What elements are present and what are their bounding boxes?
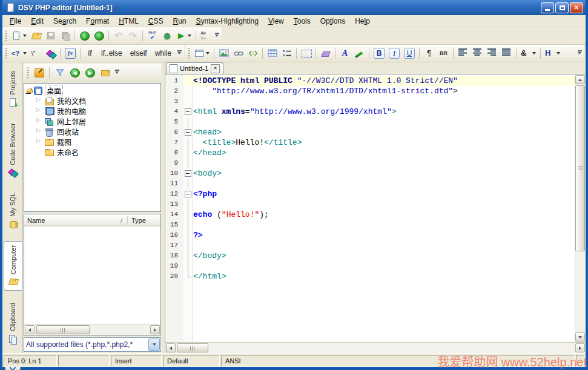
code-text[interactable]: <!DOCTYPE html PUBLIC "-//W3C//DTD XHTML… — [193, 76, 575, 86]
tree-expander-icon[interactable] — [25, 88, 31, 94]
redo-button[interactable]: ↷ — [126, 29, 140, 42]
insert-link-button[interactable] — [231, 47, 245, 60]
escape-quotes-button[interactable]: \" — [29, 47, 43, 60]
title-bar[interactable]: DSV PHP editor [Untitled-1] ✕ — [2, 0, 586, 15]
code-line[interactable]: 13 — [165, 199, 575, 210]
navigate-back-button[interactable]: ◀ — [68, 66, 82, 79]
menu-search[interactable]: Search — [48, 16, 81, 26]
tree-item-network-places[interactable]: 网上邻居 — [25, 116, 160, 127]
up-directory-button[interactable] — [98, 66, 112, 79]
editor-tab-untitled-1[interactable]: Untitled-1 ✕ — [166, 62, 223, 74]
scroll-left-arrow[interactable] — [166, 343, 176, 352]
menu-run[interactable]: Run — [168, 16, 191, 26]
scroll-thumb[interactable] — [177, 343, 208, 352]
snippet-button[interactable]: if — [83, 47, 97, 60]
fold-gutter[interactable] — [183, 210, 193, 220]
code-line[interactable]: 10 <body> — [165, 168, 575, 179]
scroll-down-arrow[interactable] — [575, 332, 585, 342]
underline-button[interactable]: U — [402, 47, 417, 60]
fold-gutter[interactable] — [183, 158, 193, 168]
fold-gutter[interactable] — [183, 220, 193, 230]
align-right-button[interactable] — [485, 47, 499, 60]
function-button[interactable]: fx — [63, 47, 78, 60]
align-left-button[interactable] — [456, 47, 470, 60]
toolbar-grip-handle[interactable] — [5, 30, 7, 41]
tree-item-unnamed[interactable]: 未命名 — [25, 147, 160, 157]
toolbar-grip-handle[interactable] — [188, 48, 190, 59]
tree-item-my-computer[interactable]: 我的电脑 — [25, 106, 160, 116]
tree-expander-icon[interactable] — [36, 139, 42, 145]
fold-gutter[interactable] — [183, 251, 193, 261]
tab-projects[interactable]: Projects — [4, 67, 22, 111]
editor-vscrollbar[interactable] — [575, 74, 586, 342]
combo-dropdown-button[interactable] — [148, 339, 160, 351]
php-open-tag-button[interactable]: <? — [10, 47, 28, 60]
toolbar-overflow-button[interactable] — [176, 50, 182, 57]
menu-help[interactable]: Help — [350, 16, 375, 26]
code-line[interactable]: 5 — [165, 117, 575, 127]
code-text[interactable]: <body> — [193, 168, 575, 179]
fold-gutter[interactable] — [183, 117, 193, 127]
close-button[interactable]: ✕ — [570, 2, 583, 13]
code-text[interactable] — [193, 179, 575, 189]
menu-options[interactable]: Options — [315, 16, 350, 26]
run-button[interactable]: ▶ — [174, 29, 193, 42]
code-text[interactable] — [193, 220, 575, 230]
insert-image-button[interactable] — [217, 47, 231, 60]
open-file-button[interactable] — [29, 29, 43, 42]
debug-button[interactable] — [160, 29, 174, 42]
file-filter-input[interactable] — [24, 340, 148, 349]
html-entity-button[interactable]: & — [519, 47, 538, 60]
menu-edit[interactable]: Edit — [26, 16, 48, 26]
code-line[interactable]: 3 — [165, 96, 575, 107]
upload-button[interactable]: ↑ — [92, 29, 106, 42]
tree-expander-icon[interactable] — [36, 98, 42, 104]
fold-gutter[interactable] — [183, 168, 193, 179]
align-justify-button[interactable] — [500, 47, 514, 60]
tab-close-button[interactable]: ✕ — [211, 64, 220, 73]
scroll-thumb[interactable] — [36, 325, 90, 334]
fold-gutter[interactable] — [183, 240, 193, 251]
code-text[interactable] — [193, 199, 575, 210]
fold-gutter[interactable] — [183, 230, 193, 240]
snippet-button[interactable]: elseif — [127, 47, 151, 60]
toolbar-overflow-button[interactable] — [214, 33, 220, 39]
code-line[interactable]: 15 — [165, 220, 575, 230]
tree-expander-icon[interactable] — [36, 108, 42, 114]
heading-button[interactable]: H — [543, 47, 562, 60]
code-text[interactable] — [193, 158, 575, 168]
fold-gutter[interactable] — [183, 76, 193, 86]
menu-syntax-highlighting[interactable]: Syntax-Highlighting — [191, 16, 263, 26]
code-text[interactable] — [193, 117, 575, 127]
fold-gutter[interactable] — [183, 148, 193, 158]
insert-list-button[interactable] — [280, 47, 294, 60]
code-line[interactable]: 20 </html> — [165, 271, 575, 282]
code-line[interactable]: 7 <title>Hello!</title> — [165, 137, 575, 148]
snippet-button[interactable]: while — [151, 47, 175, 60]
tree-item-desktop[interactable]: 桌面 — [25, 85, 160, 96]
fold-gutter[interactable] — [183, 137, 193, 148]
toolbar-grip-handle[interactable] — [27, 67, 29, 78]
maximize-button[interactable] — [555, 2, 569, 13]
insert-window-button[interactable] — [193, 47, 211, 60]
code-text[interactable]: ?> — [193, 230, 575, 240]
code-line[interactable]: 1 <!DOCTYPE html PUBLIC "-//W3C//DTD XHT… — [165, 76, 575, 86]
remove-format-button[interactable] — [319, 47, 332, 60]
scroll-right-arrow[interactable] — [575, 343, 585, 352]
menu-format[interactable]: Format — [81, 16, 114, 26]
code-line[interactable]: 18 </body> — [165, 251, 575, 261]
fold-gutter[interactable] — [183, 199, 193, 210]
code-text[interactable]: echo ("Hello!"); — [193, 210, 575, 220]
scroll-thumb[interactable] — [575, 85, 585, 251]
tree-expander-icon[interactable] — [36, 129, 42, 135]
fold-gutter[interactable] — [183, 261, 193, 271]
code-text[interactable]: <title>Hello!</title> — [193, 137, 575, 148]
download-button[interactable]: ↓ — [78, 29, 91, 42]
tab-computer[interactable]: Computer — [4, 241, 22, 291]
fold-gutter[interactable] — [183, 86, 193, 96]
column-header-type[interactable]: Type — [128, 217, 160, 224]
line-break-button[interactable]: BR — [437, 47, 451, 60]
fold-gutter[interactable] — [183, 179, 193, 189]
tab-clipboard[interactable]: Clipboard — [4, 299, 22, 347]
save-button[interactable] — [44, 29, 58, 42]
